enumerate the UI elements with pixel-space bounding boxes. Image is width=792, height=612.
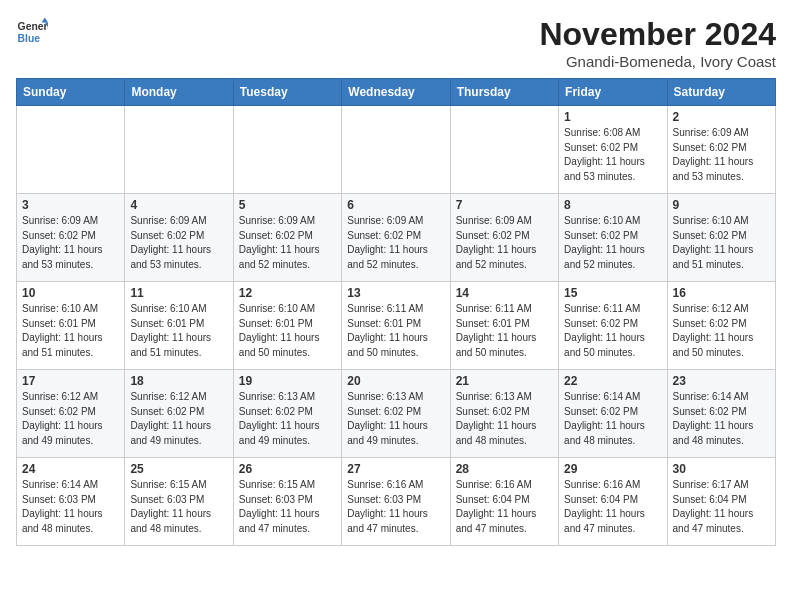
calendar-cell: 9Sunrise: 6:10 AMSunset: 6:02 PMDaylight… xyxy=(667,194,775,282)
calendar-cell xyxy=(125,106,233,194)
location-subtitle: Gnandi-Bomeneda, Ivory Coast xyxy=(539,53,776,70)
calendar-cell: 16Sunrise: 6:12 AMSunset: 6:02 PMDayligh… xyxy=(667,282,775,370)
day-info: Sunrise: 6:10 AMSunset: 6:01 PMDaylight:… xyxy=(239,302,336,360)
day-number: 25 xyxy=(130,462,227,476)
day-info: Sunrise: 6:15 AMSunset: 6:03 PMDaylight:… xyxy=(239,478,336,536)
calendar-cell: 1Sunrise: 6:08 AMSunset: 6:02 PMDaylight… xyxy=(559,106,667,194)
calendar-cell: 18Sunrise: 6:12 AMSunset: 6:02 PMDayligh… xyxy=(125,370,233,458)
day-info: Sunrise: 6:12 AMSunset: 6:02 PMDaylight:… xyxy=(130,390,227,448)
calendar-cell: 6Sunrise: 6:09 AMSunset: 6:02 PMDaylight… xyxy=(342,194,450,282)
day-number: 2 xyxy=(673,110,770,124)
column-header-thursday: Thursday xyxy=(450,79,558,106)
day-info: Sunrise: 6:10 AMSunset: 6:02 PMDaylight:… xyxy=(673,214,770,272)
day-info: Sunrise: 6:14 AMSunset: 6:02 PMDaylight:… xyxy=(564,390,661,448)
day-info: Sunrise: 6:09 AMSunset: 6:02 PMDaylight:… xyxy=(130,214,227,272)
day-number: 20 xyxy=(347,374,444,388)
day-number: 22 xyxy=(564,374,661,388)
day-info: Sunrise: 6:16 AMSunset: 6:04 PMDaylight:… xyxy=(564,478,661,536)
day-number: 21 xyxy=(456,374,553,388)
logo: General Blue xyxy=(16,16,48,48)
calendar-cell: 12Sunrise: 6:10 AMSunset: 6:01 PMDayligh… xyxy=(233,282,341,370)
column-header-monday: Monday xyxy=(125,79,233,106)
calendar-cell: 23Sunrise: 6:14 AMSunset: 6:02 PMDayligh… xyxy=(667,370,775,458)
day-number: 14 xyxy=(456,286,553,300)
day-info: Sunrise: 6:13 AMSunset: 6:02 PMDaylight:… xyxy=(347,390,444,448)
calendar-cell: 19Sunrise: 6:13 AMSunset: 6:02 PMDayligh… xyxy=(233,370,341,458)
calendar-cell: 8Sunrise: 6:10 AMSunset: 6:02 PMDaylight… xyxy=(559,194,667,282)
day-number: 16 xyxy=(673,286,770,300)
calendar-cell: 28Sunrise: 6:16 AMSunset: 6:04 PMDayligh… xyxy=(450,458,558,546)
day-number: 28 xyxy=(456,462,553,476)
calendar-week-row: 1Sunrise: 6:08 AMSunset: 6:02 PMDaylight… xyxy=(17,106,776,194)
calendar-cell: 29Sunrise: 6:16 AMSunset: 6:04 PMDayligh… xyxy=(559,458,667,546)
day-number: 10 xyxy=(22,286,119,300)
day-number: 9 xyxy=(673,198,770,212)
calendar-cell: 26Sunrise: 6:15 AMSunset: 6:03 PMDayligh… xyxy=(233,458,341,546)
svg-text:General: General xyxy=(18,21,48,32)
month-year-title: November 2024 xyxy=(539,16,776,53)
column-header-sunday: Sunday xyxy=(17,79,125,106)
calendar-cell: 13Sunrise: 6:11 AMSunset: 6:01 PMDayligh… xyxy=(342,282,450,370)
day-number: 3 xyxy=(22,198,119,212)
day-number: 15 xyxy=(564,286,661,300)
calendar-cell: 22Sunrise: 6:14 AMSunset: 6:02 PMDayligh… xyxy=(559,370,667,458)
calendar-cell: 17Sunrise: 6:12 AMSunset: 6:02 PMDayligh… xyxy=(17,370,125,458)
day-info: Sunrise: 6:13 AMSunset: 6:02 PMDaylight:… xyxy=(456,390,553,448)
day-info: Sunrise: 6:16 AMSunset: 6:04 PMDaylight:… xyxy=(456,478,553,536)
day-info: Sunrise: 6:13 AMSunset: 6:02 PMDaylight:… xyxy=(239,390,336,448)
day-number: 23 xyxy=(673,374,770,388)
day-number: 5 xyxy=(239,198,336,212)
calendar-week-row: 17Sunrise: 6:12 AMSunset: 6:02 PMDayligh… xyxy=(17,370,776,458)
column-header-wednesday: Wednesday xyxy=(342,79,450,106)
calendar-cell: 7Sunrise: 6:09 AMSunset: 6:02 PMDaylight… xyxy=(450,194,558,282)
day-number: 12 xyxy=(239,286,336,300)
title-block: November 2024 Gnandi-Bomeneda, Ivory Coa… xyxy=(539,16,776,70)
column-header-saturday: Saturday xyxy=(667,79,775,106)
calendar-cell: 25Sunrise: 6:15 AMSunset: 6:03 PMDayligh… xyxy=(125,458,233,546)
calendar-header-row: SundayMondayTuesdayWednesdayThursdayFrid… xyxy=(17,79,776,106)
calendar-table: SundayMondayTuesdayWednesdayThursdayFrid… xyxy=(16,78,776,546)
day-info: Sunrise: 6:10 AMSunset: 6:02 PMDaylight:… xyxy=(564,214,661,272)
day-info: Sunrise: 6:09 AMSunset: 6:02 PMDaylight:… xyxy=(673,126,770,184)
day-info: Sunrise: 6:14 AMSunset: 6:03 PMDaylight:… xyxy=(22,478,119,536)
day-info: Sunrise: 6:12 AMSunset: 6:02 PMDaylight:… xyxy=(673,302,770,360)
calendar-cell xyxy=(450,106,558,194)
day-number: 4 xyxy=(130,198,227,212)
calendar-cell xyxy=(17,106,125,194)
day-info: Sunrise: 6:11 AMSunset: 6:01 PMDaylight:… xyxy=(456,302,553,360)
day-info: Sunrise: 6:09 AMSunset: 6:02 PMDaylight:… xyxy=(22,214,119,272)
day-info: Sunrise: 6:16 AMSunset: 6:03 PMDaylight:… xyxy=(347,478,444,536)
day-info: Sunrise: 6:09 AMSunset: 6:02 PMDaylight:… xyxy=(347,214,444,272)
day-number: 19 xyxy=(239,374,336,388)
calendar-cell: 5Sunrise: 6:09 AMSunset: 6:02 PMDaylight… xyxy=(233,194,341,282)
day-number: 29 xyxy=(564,462,661,476)
calendar-week-row: 10Sunrise: 6:10 AMSunset: 6:01 PMDayligh… xyxy=(17,282,776,370)
calendar-week-row: 3Sunrise: 6:09 AMSunset: 6:02 PMDaylight… xyxy=(17,194,776,282)
calendar-cell: 11Sunrise: 6:10 AMSunset: 6:01 PMDayligh… xyxy=(125,282,233,370)
day-info: Sunrise: 6:14 AMSunset: 6:02 PMDaylight:… xyxy=(673,390,770,448)
day-number: 6 xyxy=(347,198,444,212)
day-info: Sunrise: 6:10 AMSunset: 6:01 PMDaylight:… xyxy=(130,302,227,360)
day-number: 17 xyxy=(22,374,119,388)
day-number: 27 xyxy=(347,462,444,476)
day-number: 30 xyxy=(673,462,770,476)
calendar-week-row: 24Sunrise: 6:14 AMSunset: 6:03 PMDayligh… xyxy=(17,458,776,546)
calendar-cell: 21Sunrise: 6:13 AMSunset: 6:02 PMDayligh… xyxy=(450,370,558,458)
day-info: Sunrise: 6:12 AMSunset: 6:02 PMDaylight:… xyxy=(22,390,119,448)
day-number: 24 xyxy=(22,462,119,476)
day-info: Sunrise: 6:08 AMSunset: 6:02 PMDaylight:… xyxy=(564,126,661,184)
day-number: 26 xyxy=(239,462,336,476)
day-info: Sunrise: 6:10 AMSunset: 6:01 PMDaylight:… xyxy=(22,302,119,360)
day-number: 18 xyxy=(130,374,227,388)
day-info: Sunrise: 6:09 AMSunset: 6:02 PMDaylight:… xyxy=(456,214,553,272)
page-header: General Blue November 2024 Gnandi-Bomene… xyxy=(16,16,776,70)
day-info: Sunrise: 6:11 AMSunset: 6:02 PMDaylight:… xyxy=(564,302,661,360)
svg-text:Blue: Blue xyxy=(18,33,41,44)
day-number: 13 xyxy=(347,286,444,300)
column-header-friday: Friday xyxy=(559,79,667,106)
day-info: Sunrise: 6:09 AMSunset: 6:02 PMDaylight:… xyxy=(239,214,336,272)
calendar-cell: 14Sunrise: 6:11 AMSunset: 6:01 PMDayligh… xyxy=(450,282,558,370)
calendar-cell: 10Sunrise: 6:10 AMSunset: 6:01 PMDayligh… xyxy=(17,282,125,370)
calendar-cell xyxy=(233,106,341,194)
day-number: 1 xyxy=(564,110,661,124)
